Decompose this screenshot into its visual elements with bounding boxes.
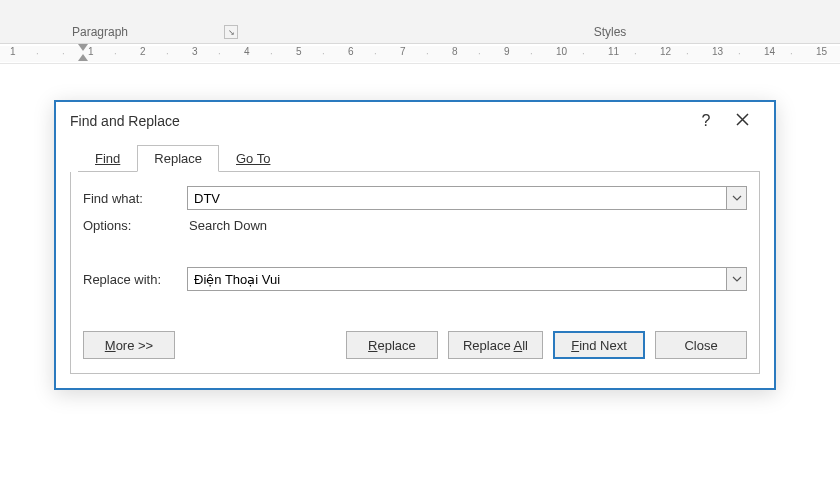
ruler-tick: 15: [816, 46, 827, 57]
ruler-tick: 5: [296, 46, 302, 57]
button-row: More >> Replace Replace All Find Next Cl…: [83, 325, 747, 359]
row-options: Options: Search Down: [83, 218, 747, 233]
replace-with-combo: [187, 267, 747, 291]
replace-button[interactable]: Replace: [346, 331, 438, 359]
find-what-dropdown-button[interactable]: [726, 187, 746, 209]
tab-strip: Find Replace Go To: [78, 144, 760, 172]
ruler-tick: 8: [452, 46, 458, 57]
ruler-tick: 1: [10, 46, 16, 57]
tab-find-label: Find: [95, 151, 120, 166]
ruler-tick: ·: [530, 48, 533, 59]
row-spacer: [83, 241, 747, 267]
ruler-tick: 6: [348, 46, 354, 57]
ribbon-group-paragraph: Paragraph: [50, 25, 150, 39]
label-find-what: Find what:: [83, 191, 187, 206]
ruler-tick: 9: [504, 46, 510, 57]
ruler-tick: ·: [374, 48, 377, 59]
ruler-tick: ·: [686, 48, 689, 59]
close-icon: [736, 113, 749, 126]
row-find-what: Find what:: [83, 186, 747, 210]
options-value: Search Down: [187, 218, 747, 233]
ruler-tick: ·: [270, 48, 273, 59]
document-area: Find and Replace ? Find Replace Go To Fi…: [0, 64, 840, 500]
ruler-tick: ·: [62, 48, 65, 59]
paragraph-dialog-launcher[interactable]: ↘: [224, 25, 238, 39]
replace-with-input[interactable]: [188, 268, 726, 290]
ruler-tick: ·: [218, 48, 221, 59]
find-what-input[interactable]: [188, 187, 726, 209]
find-what-combo: [187, 186, 747, 210]
form-area: Find what: Options: Search Down Replace …: [70, 172, 760, 374]
indent-marker-top-icon[interactable]: [78, 44, 88, 51]
tab-goto-label: Go To: [236, 151, 270, 166]
label-options: Options:: [83, 218, 187, 233]
ruler-tick: ·: [738, 48, 741, 59]
dialog-help-button[interactable]: ?: [688, 112, 724, 130]
ruler-tick: 11: [608, 46, 619, 57]
ribbon-area: Paragraph ↘ Styles: [0, 0, 840, 44]
find-next-button[interactable]: Find Next: [553, 331, 645, 359]
more-button[interactable]: More >>: [83, 331, 175, 359]
dialog-title: Find and Replace: [70, 113, 688, 129]
replace-all-button[interactable]: Replace All: [448, 331, 543, 359]
ruler-tick: ·: [166, 48, 169, 59]
indent-marker-bottom-icon[interactable]: [78, 54, 88, 61]
ruler-tick: 12: [660, 46, 671, 57]
ruler-tick: 2: [140, 46, 146, 57]
horizontal-ruler[interactable]: 1··1·2·3·4·5·6·7·8·9·10·11·12·13·14·15: [0, 44, 840, 64]
ruler-tick: ·: [36, 48, 39, 59]
replace-with-dropdown-button[interactable]: [726, 268, 746, 290]
tab-goto[interactable]: Go To: [219, 145, 287, 172]
find-replace-dialog: Find and Replace ? Find Replace Go To Fi…: [54, 100, 776, 390]
ruler-tick: ·: [634, 48, 637, 59]
ruler-tick: ·: [478, 48, 481, 59]
tab-replace[interactable]: Replace: [137, 145, 219, 172]
tab-replace-label: Replace: [154, 151, 202, 166]
row-spacer-2: [83, 299, 747, 325]
ruler-tick: 7: [400, 46, 406, 57]
dialog-body: Find Replace Go To Find what: Options:: [56, 144, 774, 388]
ruler-tick: ·: [790, 48, 793, 59]
ruler-tick: 14: [764, 46, 775, 57]
dialog-close-button[interactable]: [724, 112, 760, 130]
ruler-tick: 3: [192, 46, 198, 57]
ruler-tick: ·: [582, 48, 585, 59]
label-replace-with: Replace with:: [83, 272, 187, 287]
ruler-tick: ·: [322, 48, 325, 59]
ruler-tick: ·: [426, 48, 429, 59]
row-replace-with: Replace with:: [83, 267, 747, 291]
ruler-tick: ·: [114, 48, 117, 59]
ribbon-group-styles: Styles: [520, 25, 700, 39]
chevron-down-icon: [732, 195, 742, 201]
ruler-tick: 4: [244, 46, 250, 57]
ruler-tick: 13: [712, 46, 723, 57]
ruler-tick: 1: [88, 46, 94, 57]
launcher-icon: ↘: [228, 28, 235, 37]
close-button[interactable]: Close: [655, 331, 747, 359]
chevron-down-icon: [732, 276, 742, 282]
ruler-tick: 10: [556, 46, 567, 57]
tab-find[interactable]: Find: [78, 145, 137, 172]
dialog-titlebar[interactable]: Find and Replace ?: [56, 102, 774, 144]
